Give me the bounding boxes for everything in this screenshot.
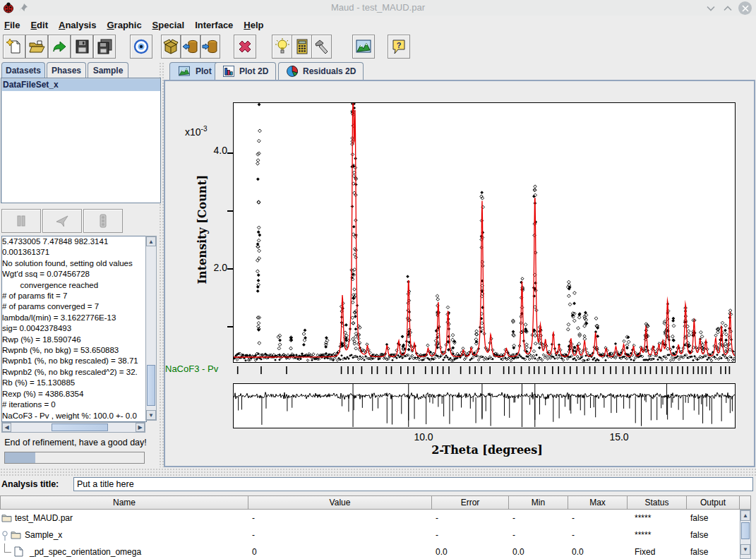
open-file-button[interactable] — [25, 35, 48, 59]
menu-edit[interactable]: Edit — [30, 20, 48, 30]
calculator-icon — [294, 38, 311, 55]
menu-special[interactable]: Special — [152, 20, 185, 30]
new-analysis-button[interactable] — [3, 35, 25, 59]
left-tab-bar: Datasets Phases Sample — [0, 62, 161, 78]
column-header-error[interactable]: Error — [432, 495, 509, 510]
log-hscroll-thumb[interactable] — [52, 423, 108, 431]
menu-analysis[interactable]: Analysis — [59, 20, 96, 30]
help-button[interactable]: ? — [388, 35, 410, 59]
forward-arrow-icon — [51, 38, 68, 55]
save-as-icon — [96, 38, 113, 55]
tab-plot[interactable]: Plot — [169, 62, 220, 80]
menu-help[interactable]: Help — [244, 20, 263, 30]
table-row[interactable]: test_MAUD.par - - - - ***** false — [0, 510, 740, 527]
objects-browser-button[interactable] — [161, 35, 181, 59]
tab-residuals-2d[interactable]: Residuals 2D — [278, 62, 364, 80]
row-max: 0.0 — [568, 543, 631, 559]
column-header-value[interactable]: Value — [248, 495, 432, 510]
plot-options-button[interactable] — [352, 35, 375, 59]
save-as-button[interactable] — [93, 35, 116, 59]
minimize-button[interactable] — [704, 2, 717, 15]
y-tick-mark — [227, 152, 233, 154]
menu-file[interactable]: File — [4, 20, 20, 30]
open-folder-icon — [28, 38, 45, 55]
row-error: - — [432, 510, 512, 527]
column-header-output[interactable]: Output — [687, 495, 740, 510]
row-min: - — [509, 527, 572, 543]
table-row[interactable]: _pd_spec_orientation_omega 0 0.0 0.0 0.0… — [0, 543, 740, 559]
compute-button[interactable] — [292, 35, 312, 59]
row-name: test_MAUD.par — [15, 510, 73, 527]
log-vscroll-thumb[interactable] — [147, 365, 155, 406]
progress-bar — [4, 452, 145, 464]
scroll-down-arrow[interactable]: ▼ — [146, 410, 156, 420]
import-button[interactable] — [181, 35, 200, 59]
menu-graphic[interactable]: Graphic — [107, 20, 141, 30]
svg-text:?: ? — [397, 41, 402, 49]
tab-phases[interactable]: Phases — [47, 62, 86, 78]
tab-plot-2d[interactable]: Plot 2D — [215, 62, 276, 80]
folder-icon — [1, 513, 12, 522]
list-item-datafileset[interactable]: DataFileSet_x — [2, 79, 160, 91]
toolbar: ? — [0, 32, 756, 61]
row-status: Fixed — [628, 543, 694, 559]
x-tick-label-15: 15.0 — [598, 431, 640, 443]
log-vertical-scrollbar[interactable]: ▲ ▼ — [145, 236, 157, 421]
new-document-icon — [6, 38, 23, 55]
menu-bar: File Edit Analysis Graphic Special Inter… — [0, 17, 756, 32]
x-tick-label-10: 10.0 — [402, 431, 445, 443]
refine-wizard-button[interactable] — [272, 35, 292, 59]
row-min: - — [509, 510, 572, 527]
tab-sample[interactable]: Sample — [88, 62, 128, 78]
maximize-button[interactable] — [721, 2, 734, 15]
tab-plot-2d-label: Plot 2D — [239, 66, 268, 76]
eye-icon — [133, 38, 150, 55]
preferences-button[interactable] — [130, 35, 152, 59]
horizontal-splitter[interactable] — [0, 468, 756, 476]
tab-plot-label: Plot — [196, 66, 212, 76]
table-vscroll-thumb[interactable] — [741, 522, 750, 539]
scroll-left-arrow[interactable]: ◀ — [2, 423, 11, 432]
log-text[interactable]: 5.4733005 7.47848 982.31410.001361371No … — [1, 236, 147, 422]
export-button[interactable] — [200, 35, 220, 59]
refine-status-button[interactable] — [83, 209, 123, 233]
y-tick-mark — [227, 210, 233, 212]
status-message: End of refinement, have a good day! — [0, 438, 151, 447]
main-plot[interactable] — [233, 102, 736, 363]
column-header-max[interactable]: Max — [568, 495, 628, 510]
append-results-button[interactable] — [48, 35, 71, 59]
tools-button[interactable] — [311, 35, 332, 59]
y-scale-exponent: -3 — [201, 125, 208, 133]
row-value: - — [248, 510, 436, 527]
menu-interface[interactable]: Interface — [195, 20, 233, 30]
column-header-name[interactable]: Name — [0, 495, 248, 510]
analysis-title-label: Analysis title: — [1, 479, 59, 489]
tree-expand-handle[interactable] — [1, 529, 10, 541]
close-button[interactable] — [738, 1, 752, 15]
row-min: 0.0 — [509, 543, 572, 559]
table-vertical-scrollbar[interactable]: ▲ ▼ — [740, 510, 751, 559]
column-header-min[interactable]: Min — [509, 495, 568, 510]
pause-refinement-button[interactable] — [1, 209, 41, 233]
scroll-right-arrow[interactable]: ▶ — [136, 423, 145, 432]
residuals-plot[interactable] — [233, 383, 736, 428]
column-header-status[interactable]: Status — [628, 495, 687, 510]
scroll-down-arrow[interactable]: ▼ — [740, 544, 750, 555]
scroll-up-arrow[interactable]: ▲ — [740, 510, 750, 521]
submit-button[interactable] — [42, 209, 82, 233]
progress-bar-fill — [5, 452, 35, 463]
y-scale-label: x10-3 — [185, 125, 207, 138]
delete-button[interactable] — [234, 35, 256, 59]
table-row[interactable]: Sample_x - - - - ***** false — [0, 527, 740, 543]
log-horizontal-scrollbar[interactable]: ◀ ▶ — [1, 422, 145, 433]
tab-datasets[interactable]: Datasets — [1, 62, 45, 78]
reflection-ticks-canvas — [233, 366, 734, 375]
tab-datasets-label: Datasets — [6, 66, 41, 76]
maud-window: Maud - test_MAUD.par File Edit Analysis … — [0, 0, 756, 559]
analysis-title-input[interactable] — [73, 477, 753, 491]
dataset-action-buttons — [0, 209, 161, 233]
delete-icon — [236, 38, 253, 55]
plot-chart-icon — [177, 65, 191, 78]
save-button[interactable] — [71, 35, 93, 59]
pie-chart-icon — [286, 65, 299, 78]
